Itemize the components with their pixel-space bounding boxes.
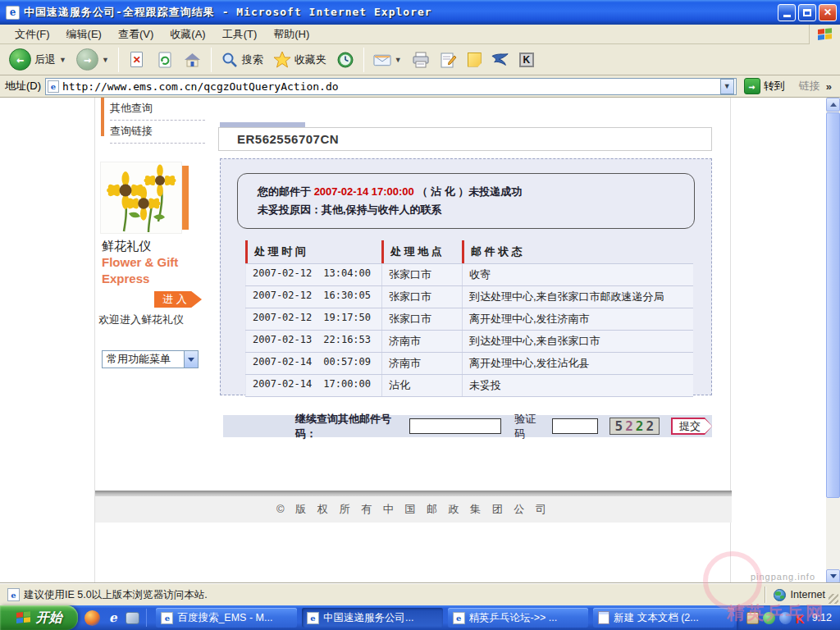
cell-time: 16:30:05: [323, 290, 371, 304]
scrollbar-thumb[interactable]: [826, 112, 840, 498]
minimize-button[interactable]: [778, 4, 796, 21]
edit-button[interactable]: [436, 49, 462, 71]
col-header-status: 邮 件 状 态: [462, 240, 693, 263]
cell-location: 济南市: [381, 331, 462, 352]
cell-date: 2007-02-14: [253, 378, 312, 393]
task-label: 百度搜索_EMS - M...: [177, 611, 272, 625]
page-container: 其他查询 查询链接 鲜花礼仪 Flower & Gift Express 进 入: [94, 98, 731, 583]
task-button-ems-active[interactable]: e 中国速递服务公司...: [302, 608, 443, 628]
cell-status: 收寄: [462, 264, 693, 285]
k-icon: K: [519, 52, 534, 67]
vertical-scrollbar[interactable]: [826, 98, 840, 583]
notes-button[interactable]: [463, 51, 486, 69]
mail-number-input[interactable]: [409, 418, 501, 434]
stop-button[interactable]: ✕: [124, 49, 150, 71]
task-button-baidu[interactable]: e 百度搜索_EMS - M...: [156, 608, 297, 628]
internet-globe-icon: [774, 589, 786, 601]
history-button[interactable]: [332, 49, 358, 71]
tracking-table-header: 处 理 时 间 处 理 地 点 邮 件 状 态: [245, 240, 693, 263]
menu-help[interactable]: 帮助(H): [265, 25, 317, 44]
maximize-button[interactable]: [798, 4, 816, 21]
home-icon: [184, 51, 202, 69]
menu-file[interactable]: 文件(F): [7, 25, 58, 44]
status-zone: Internet: [765, 587, 837, 603]
start-button[interactable]: 开始: [0, 605, 78, 630]
result-panel: 您的邮件于 2007-02-14 17:00:00 （ 沾 化 ）未投递成功 未…: [220, 158, 712, 395]
forward-button[interactable]: → ▼: [72, 47, 113, 72]
back-label: 后退: [34, 52, 56, 67]
task-button-notepad[interactable]: 新建 文本文档 (2...: [593, 608, 734, 628]
captcha-digit: 2: [636, 418, 644, 434]
address-dropdown-button[interactable]: ▼: [720, 79, 734, 94]
favorites-label: 收藏夹: [294, 52, 326, 67]
menu-view[interactable]: 查看(V): [110, 25, 162, 44]
print-button[interactable]: [408, 49, 434, 71]
flower-subtitle-line1: Flower & Gift: [102, 255, 178, 269]
back-dropdown-icon[interactable]: ▼: [59, 56, 66, 64]
menu-edit[interactable]: 编辑(E): [58, 25, 110, 44]
show-desktop-icon[interactable]: [126, 612, 139, 624]
close-button[interactable]: ✕: [819, 4, 837, 21]
enter-button[interactable]: 进 入: [154, 291, 202, 308]
scroll-up-button[interactable]: [826, 98, 840, 112]
address-input[interactable]: e http://www.ems.com.cn/qcgzOutQueryActi…: [45, 78, 737, 95]
links-label[interactable]: 链接: [799, 79, 820, 94]
browser-viewport: 其他查询 查询链接 鲜花礼仪 Flower & Gift Express 进 入: [0, 98, 840, 583]
menu-favorites[interactable]: 收藏(A): [162, 25, 213, 44]
cell-date: 2007-02-12: [253, 267, 312, 282]
links-chevron-icon[interactable]: »: [826, 80, 832, 93]
scroll-down-button[interactable]: [826, 569, 840, 583]
table-row: 2007-02-1213:04:00 张家口市 收寄: [245, 263, 693, 285]
ie-quicklaunch-icon[interactable]: e: [105, 610, 121, 626]
search-label: 搜索: [242, 52, 263, 67]
chevron-down-icon[interactable]: [184, 351, 198, 368]
refresh-button[interactable]: [152, 49, 178, 71]
favorites-button[interactable]: 收藏夹: [269, 49, 331, 71]
function-menu-label: 常用功能菜单: [103, 352, 184, 367]
ie-toolbar: ← 后退 ▼ → ▼ ✕ 搜索 收藏夹: [0, 44, 840, 75]
tracking-table: 处 理 时 间 处 理 地 点 邮 件 状 态 2007-02-1213:04:…: [245, 240, 693, 397]
col-header-location: 处 理 地 点: [381, 240, 462, 263]
search-button[interactable]: 搜索: [217, 49, 267, 71]
kaspersky-toolbar-button[interactable]: K: [515, 51, 538, 69]
home-button[interactable]: [180, 49, 206, 71]
task-label: 新建 文本文档 (2...: [614, 611, 698, 625]
go-button[interactable]: → 转到: [741, 77, 788, 95]
captcha-input[interactable]: [552, 418, 598, 434]
cell-date: 2007-02-12: [253, 290, 312, 304]
sunflowers-illustration: [101, 162, 181, 233]
back-button[interactable]: ← 后退 ▼: [5, 47, 71, 72]
cell-time: 17:00:00: [323, 378, 371, 393]
history-icon: [336, 51, 354, 69]
refresh-icon: [156, 51, 174, 69]
ie-task-icon: e: [453, 612, 465, 624]
notice-suffix: （ 沾 化 ）未投递成功: [417, 185, 522, 198]
quick-launch: e: [78, 609, 153, 627]
go-label: 转到: [764, 79, 785, 94]
mail-dropdown-icon[interactable]: ▼: [395, 56, 402, 64]
mail-button[interactable]: ▼: [369, 49, 406, 71]
resize-grip[interactable]: [829, 594, 838, 604]
flower-banner-image[interactable]: [100, 162, 182, 234]
sidebar-item-other-query[interactable]: 其他查询: [110, 98, 205, 121]
forward-dropdown-icon[interactable]: ▼: [102, 56, 109, 64]
thunder-button[interactable]: [487, 49, 514, 71]
media-player-icon[interactable]: [84, 610, 100, 626]
taskbar: 开始 e e 百度搜索_EMS - M... e 中国速递服务公司... e 精…: [0, 605, 840, 630]
table-row: 2007-02-1322:16:53 济南市 到达处理中心,来自张家口市: [245, 330, 693, 352]
cell-date: 2007-02-12: [253, 312, 312, 326]
watermark-site-name: 精英乒乓网: [727, 601, 825, 624]
delivery-notice: 您的邮件于 2007-02-14 17:00:00 （ 沾 化 ）未投递成功 未…: [237, 173, 695, 229]
function-menu-select[interactable]: 常用功能菜单: [102, 350, 199, 368]
flower-subtitle-line2: Express: [102, 272, 149, 285]
cell-status: 到达处理中心,来自张家口市邮政速递分局: [462, 286, 693, 308]
table-row: 2007-02-1417:00:00 沾化 未妥投: [245, 374, 693, 397]
menu-tools[interactable]: 工具(T): [214, 25, 266, 44]
flower-title: 鲜花礼仪: [102, 239, 151, 254]
url-text[interactable]: http://www.ems.com.cn/qcgzOutQueryAction…: [62, 80, 339, 93]
toolbar-separator: [211, 48, 212, 72]
submit-button[interactable]: 提交: [671, 418, 712, 435]
notice-reason: 未妥投原因：其他,保持与收件人的联系: [258, 203, 442, 216]
sidebar-item-query-links[interactable]: 查询链接: [110, 121, 205, 144]
task-button-forum[interactable]: e 精英乒乓论坛->> ...: [448, 608, 589, 628]
